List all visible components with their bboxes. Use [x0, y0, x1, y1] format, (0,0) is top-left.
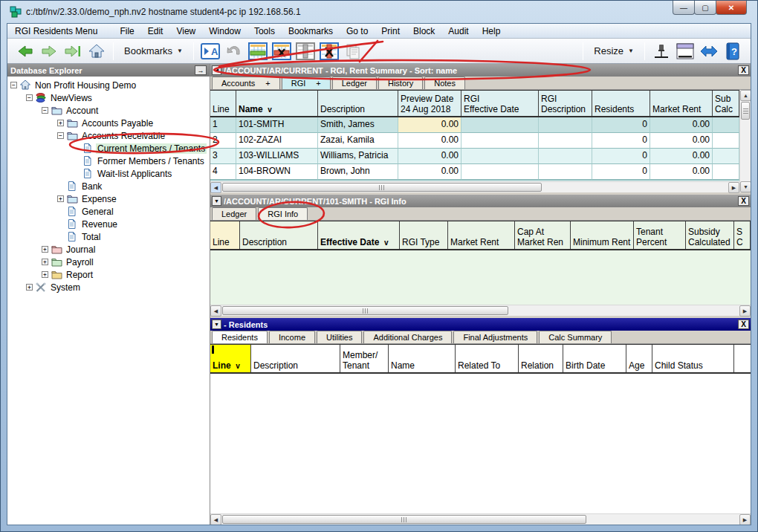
cell[interactable]: 0.00	[650, 117, 713, 133]
table-row-4[interactable]: 4104-BROWNBrown, John0.0000.00	[210, 164, 751, 180]
tree-toggle-plus[interactable]: +	[57, 195, 64, 202]
tree-toggle-minus[interactable]: −	[26, 94, 33, 101]
cell[interactable]: 3	[210, 149, 236, 164]
column-header-name[interactable]: Name	[389, 345, 456, 372]
tree-item-general[interactable]: General	[7, 205, 210, 218]
panel-menu-icon[interactable]: ▼	[212, 196, 221, 206]
column-header-birth-date[interactable]: Birth Date	[563, 345, 626, 372]
cell[interactable]: 4	[210, 164, 236, 180]
tree-item-accounts-receivable[interactable]: −Accounts Receivable	[7, 129, 210, 142]
tree-item-revenue[interactable]: Revenue	[7, 218, 210, 230]
menu-item-tools[interactable]: Tools	[247, 25, 282, 38]
window-icon[interactable]	[675, 42, 696, 61]
cell[interactable]: 1	[210, 117, 236, 133]
column-header-rgi-type[interactable]: RGI Type	[400, 221, 448, 249]
cell[interactable]: 103-WILLIAMS	[236, 149, 318, 164]
cell[interactable]	[461, 117, 539, 133]
menu-item-print[interactable]: Print	[375, 25, 406, 38]
column-header-description[interactable]: Description	[318, 91, 398, 116]
tree-item-payroll[interactable]: +Payroll	[7, 256, 210, 268]
column-header-line[interactable]: Line	[210, 221, 240, 249]
rgi_info-titlebar[interactable]: ▼/ACCOUNT/AR/CURRENT/101-SMITH - RGI Inf…	[210, 195, 751, 207]
delete-column-icon[interactable]	[319, 42, 340, 61]
tab-additional-charges[interactable]: Additional Charges	[363, 331, 452, 343]
tab-rgi-info[interactable]: RGI Info	[258, 207, 308, 220]
tree-item-bank[interactable]: Bank	[7, 180, 210, 192]
tree-item-accounts-payable[interactable]: +Accounts Payable	[7, 117, 210, 129]
cell[interactable]: 104-BROWN	[236, 164, 318, 180]
column-header-line[interactable]: Line	[210, 91, 236, 116]
rgi_info-hscrollbar[interactable]: ◀▶	[210, 305, 751, 316]
panel-close-icon[interactable]: X	[738, 196, 749, 206]
rent_summary-hscrollbar[interactable]: ◀▶	[210, 181, 739, 192]
cell[interactable]	[539, 117, 592, 133]
column-header-cap-at-market-ren[interactable]: Cap AtMarket Ren	[515, 221, 571, 249]
scroll-down-icon[interactable]: ▼	[740, 181, 751, 192]
tree-item-former-members-tenants[interactable]: Former Members / Tenants	[7, 155, 210, 167]
panel-menu-icon[interactable]: ▼	[212, 319, 221, 329]
residents-titlebar[interactable]: ▼- ResidentsX	[210, 318, 751, 331]
cell[interactable]: 0	[592, 164, 650, 180]
tab-utilities[interactable]: Utilities	[317, 331, 362, 343]
tree-item-non-profit-housing-demo[interactable]: −Non Profit Housing Demo	[7, 79, 210, 91]
tree-toggle-plus[interactable]: +	[42, 259, 48, 265]
tree-toggle-plus[interactable]: +	[57, 120, 64, 126]
scroll-right-icon[interactable]: ▶	[739, 514, 751, 525]
menu-item-window[interactable]: Window	[202, 25, 247, 38]
cell[interactable]	[539, 133, 592, 149]
scroll-up-icon[interactable]: ▲	[740, 90, 751, 101]
goto-account-icon[interactable]: A	[200, 42, 221, 61]
rent_summary-titlebar[interactable]: ◀/ACCOUNT/AR/CURRENT - RGI, Rent Summary…	[210, 64, 751, 77]
cell[interactable]: Williams, Patricia	[318, 149, 398, 164]
cell[interactable]: 0.00	[398, 164, 461, 180]
cell[interactable]: 2	[210, 133, 236, 149]
tab-income[interactable]: Income	[269, 331, 315, 343]
maximize-button[interactable]: ▢	[694, 1, 716, 15]
column-header-description[interactable]: Description	[240, 221, 318, 249]
cell[interactable]	[461, 149, 539, 164]
delete-row-icon[interactable]	[271, 42, 292, 61]
tab-history[interactable]: History	[378, 77, 423, 89]
fit-width-icon[interactable]	[699, 42, 719, 61]
tree-item-wait-list-applicants[interactable]: Wait-list Applicants	[7, 167, 210, 180]
tree-toggle-plus[interactable]: +	[26, 284, 33, 291]
table-row-1[interactable]: 1101-SMITHSmith, James0.0000.00	[210, 117, 751, 133]
scroll-left-icon[interactable]: ◀	[210, 305, 221, 317]
copy-icon[interactable]	[343, 42, 363, 61]
column-header-member-tenant[interactable]: Member/Tenant	[340, 345, 389, 372]
cell[interactable]: 0.00	[650, 133, 713, 149]
tab-final-adjustments[interactable]: Final Adjustments	[453, 331, 537, 343]
cell[interactable]: 102-ZAZAI	[236, 133, 318, 149]
hscroll-thumb[interactable]	[222, 515, 586, 524]
tree-item-total[interactable]: Total	[7, 230, 210, 243]
column-header-subsidy-calculated[interactable]: SubsidyCalculated	[686, 221, 734, 249]
column-header-effective-date[interactable]: Effective Date v	[318, 221, 400, 249]
cell[interactable]: 0.00	[650, 164, 713, 180]
column-header-s-c[interactable]: SC	[734, 221, 751, 249]
insert-column-icon[interactable]	[295, 42, 316, 61]
tree-toggle-plus[interactable]: +	[42, 271, 48, 278]
cell[interactable]	[461, 164, 539, 180]
tab-ledger[interactable]: Ledger	[212, 207, 256, 220]
tab-notes[interactable]: Notes	[424, 77, 465, 89]
cell[interactable]	[539, 164, 592, 180]
help-icon[interactable]: ?	[722, 42, 743, 61]
cell[interactable]: 0.00	[650, 149, 713, 164]
column-header-minimum-rent[interactable]: Minimum Rent	[571, 221, 634, 249]
panel-close-icon[interactable]: X	[738, 65, 749, 75]
hscroll-thumb[interactable]	[222, 183, 542, 192]
column-header-rgi-description[interactable]: RGIDescription	[539, 91, 592, 116]
forward-icon[interactable]	[39, 42, 59, 61]
menu-item-go-to[interactable]: Go to	[340, 25, 375, 38]
cell[interactable]	[713, 149, 739, 164]
column-header-child-status[interactable]: Child Status	[652, 345, 734, 372]
column-header-sub-calc[interactable]: SubCalc	[713, 91, 739, 116]
forward-end-icon[interactable]	[62, 42, 83, 61]
column-header-description[interactable]: Description	[251, 345, 340, 372]
column-header-age[interactable]: Age	[626, 345, 652, 372]
column-header-relation[interactable]: Relation	[519, 345, 563, 372]
tree-item-report[interactable]: +Report	[7, 268, 210, 281]
column-header-related-to[interactable]: Related To	[456, 345, 519, 372]
tree-item-newviews[interactable]: −NewViews	[7, 91, 210, 104]
home-icon[interactable]	[86, 42, 107, 61]
